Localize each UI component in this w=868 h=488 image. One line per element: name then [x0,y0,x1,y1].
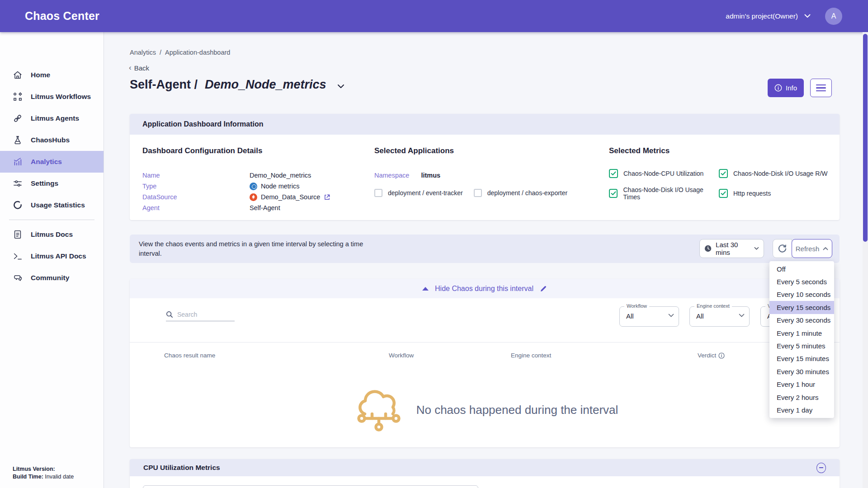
engine-context-filter[interactable]: Engine context All [689,306,750,327]
refresh-now-button[interactable] [773,239,792,258]
minus-icon [819,467,823,468]
info-icon[interactable] [718,352,725,359]
metric-checkbox-disk-times[interactable]: Chaos-Node-Disk I/O Usage Times [609,186,719,201]
menu-option-1m[interactable]: Every 1 minute [769,327,834,339]
chevron-down-icon[interactable] [337,84,344,89]
cpu-section-title: CPU Utilization Metrics [143,464,220,472]
sidebar-item-chaoshubs[interactable]: ChaosHubs [0,129,104,151]
workflow-filter[interactable]: Workflow All [619,306,679,327]
time-range-select[interactable]: Last 30 mins [699,239,764,258]
info-button-label: Info [786,84,797,92]
sidebar-item-settings[interactable]: Settings [0,173,104,194]
sidebar-item-litmus-docs[interactable]: Litmus Docs [0,224,104,245]
info-button[interactable]: Info [768,79,804,97]
metric-checkbox-disk-rw[interactable]: Chaos-Node-Disk I/O Usage R/W [719,169,828,178]
section-title: Selected Metrics [609,146,828,155]
sidebar-item-label: Litmus Workflows [31,93,91,101]
title-dashboard-name: Demo_Node_metrics [205,78,326,92]
prometheus-icon [250,193,257,201]
collapse-section-button[interactable] [816,463,826,473]
namespace-value: litmus [421,172,440,179]
breadcrumb-analytics[interactable]: Analytics [130,49,156,56]
flask-icon [13,135,23,145]
external-link-icon[interactable] [324,194,330,201]
menu-option-off[interactable]: Off [769,263,834,275]
sidebar-item-home[interactable]: Home [0,64,104,86]
scrollbar-track[interactable] [863,32,868,488]
menu-option-1d[interactable]: Every 1 day [769,404,834,416]
avatar[interactable]: A [825,8,842,25]
scrollbar-thumb[interactable] [863,34,868,242]
interval-description: View the chaos events and metrics in a g… [139,239,383,258]
sidebar-item-litmus-api-docs[interactable]: Litmus API Docs [0,245,104,267]
cpu-utilization-section: CPU Utilization Metrics [130,459,840,488]
sidebar-item-label: Community [31,274,69,282]
node-metrics-icon [250,183,257,190]
refresh-label: Refresh [796,245,820,253]
checkbox-checked-icon [609,189,618,198]
menu-option-5s[interactable]: Every 5 seconds [769,275,834,288]
title-agent-name: Self-Agent / [130,78,198,92]
sidebar-item-litmus-workflows[interactable]: Litmus Workflows [0,86,104,108]
config-row-datasource: DataSource Demo_Data_Source [142,192,330,202]
search-input[interactable] [177,311,227,318]
collapse-arrow-icon[interactable] [422,287,429,291]
checkbox-unchecked-icon [374,189,382,197]
time-range-value: Last 30 mins [716,241,750,256]
version-info: Litmus Version: Build Time: Invalid date [13,465,74,481]
menu-option-30s[interactable]: Every 30 seconds [769,314,834,327]
chevron-down-icon[interactable] [804,14,811,18]
hide-chaos-toggle[interactable]: Hide Chaos during this interval [435,285,533,293]
menu-option-15m[interactable]: Every 15 minutes [769,352,834,365]
sidebar-item-label: Litmus Agents [31,114,79,122]
project-selector-label[interactable]: admin's project(Owner) [726,12,798,20]
section-title: Dashboard Configuration Details [142,146,330,155]
sidebar-item-analytics[interactable]: Analytics [0,151,104,173]
checkbox-chaos-exporter[interactable]: deployment / chaos-exporter [474,189,567,197]
top-header: Chaos Center admin's project(Owner) A [0,0,868,32]
usage-statistics-icon [13,200,23,210]
community-icon [13,273,23,283]
menu-option-30m[interactable]: Every 30 minutes [769,365,834,378]
config-row-name: Name Demo_Node_metrics [142,170,330,181]
sidebar-item-label: Usage Statistics [31,201,85,209]
sidebar-item-label: ChaosHubs [31,136,70,144]
sidebar-item-label: Analytics [31,158,62,166]
sidebar-item-litmus-agents[interactable]: Litmus Agents [0,108,104,129]
back-link[interactable]: ‹ Back [129,63,149,72]
column-header-result-name: Chaos result name [164,352,215,359]
checkbox-event-tracker[interactable]: deployment / event-tracker [374,189,463,197]
breadcrumb-application-dashboard[interactable]: Application-dashboard [165,49,230,56]
dashboard-menu-button[interactable] [810,79,832,97]
chevron-left-icon: ‹ [129,63,132,72]
build-time-value: Invalid date [45,474,74,480]
clock-icon [704,244,712,253]
menu-option-10s[interactable]: Every 10 seconds [769,288,834,301]
edit-pencil-icon[interactable] [540,285,547,292]
sidebar-item-community[interactable]: Community [0,267,104,289]
sidebar: Home Litmus Workflows Litmus Agents [0,32,104,488]
refresh-icon [778,244,787,253]
cpu-panel-partial-control[interactable] [143,485,478,488]
sidebar-item-usage-statistics[interactable]: Usage Statistics [0,194,104,216]
cloud-network-icon [351,389,406,432]
workflows-icon [13,92,23,102]
menu-option-15s[interactable]: Every 15 seconds [769,301,834,314]
breadcrumb: Analytics / Application-dashboard [130,49,230,56]
menu-option-1h[interactable]: Every 1 hour [769,378,834,391]
menu-option-5m[interactable]: Every 5 minutes [769,339,834,352]
checkbox-checked-icon [719,189,728,198]
hamburger-icon [816,84,826,86]
search-field[interactable] [166,311,235,321]
chevron-down-icon [668,314,674,318]
metric-checkbox-cpu[interactable]: Chaos-Node-CPU Utilization [609,169,719,178]
chevron-down-icon [739,314,745,318]
checkbox-checked-icon [609,169,618,178]
menu-option-2h[interactable]: Every 2 hours [769,391,834,404]
hide-chaos-toggle-bar: Hide Chaos during this interval [130,279,840,298]
breadcrumb-separator: / [160,49,161,56]
refresh-rate-dropdown[interactable]: Refresh [792,239,832,258]
sidebar-divider [9,220,94,220]
metric-checkbox-http[interactable]: Http requests [719,186,828,201]
sidebar-item-label: Litmus Docs [31,230,73,239]
